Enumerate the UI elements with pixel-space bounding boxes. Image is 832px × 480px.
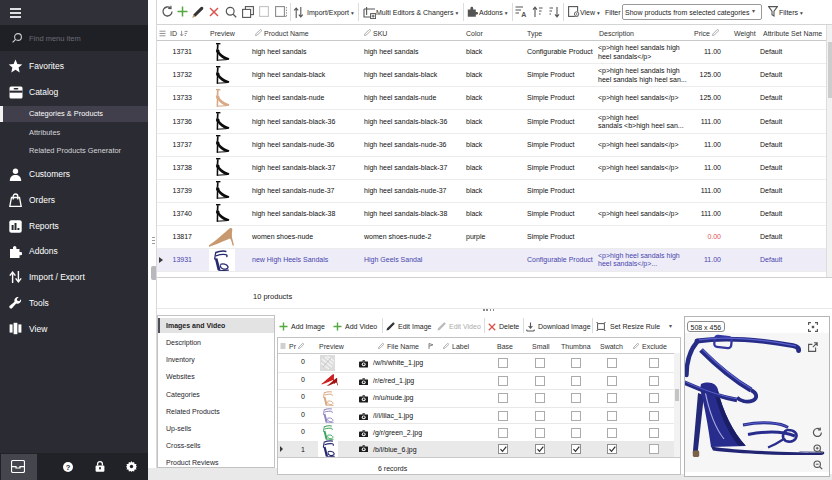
svg-text:?: ? [66,463,71,472]
svg-text:A: A [521,11,526,17]
